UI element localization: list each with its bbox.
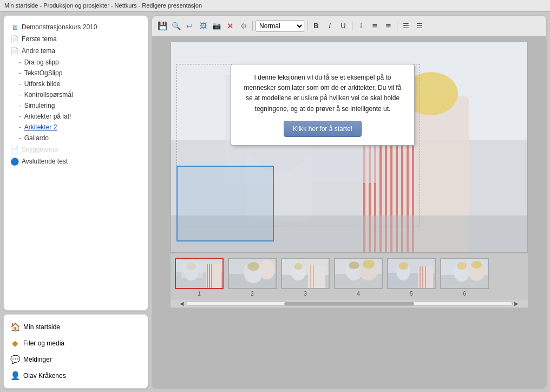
slide-thumb-img-1[interactable] — [175, 258, 224, 289]
bottom-item-user[interactable]: 👤 Olav Kråkenes — [8, 368, 143, 384]
gallardo-label: Gallardo — [24, 134, 49, 142]
slide-thumb-img-6[interactable] — [440, 258, 489, 289]
user-icon: 👤 — [10, 371, 20, 381]
doc-icon-2: 📄 — [10, 47, 19, 55]
course-title-label: Demonstrasjonskurs 2010 — [22, 23, 97, 31]
svg-rect-27 — [206, 264, 221, 289]
nav-item-simulering[interactable]: - Simulering — [8, 100, 143, 111]
nav-item-gallardo[interactable]: - Gallardo — [8, 133, 143, 143]
undo-icon: ↩ — [186, 22, 193, 30]
zoom-icon: 🔍 — [172, 22, 181, 30]
save-button[interactable]: 💾 — [156, 20, 168, 32]
svg-rect-28 — [207, 264, 208, 289]
dash-icon-1: - — [19, 58, 22, 67]
list-number-button[interactable]: ☰ — [414, 20, 425, 32]
dash-icon-3: - — [19, 80, 22, 88]
startside-label: Min startside — [23, 323, 60, 331]
dash-icon-6: - — [19, 112, 22, 121]
hscrollbar: ◀ ▶ — [171, 299, 528, 308]
dash-icon-4: - — [19, 90, 22, 99]
slide-num-3: 3 — [304, 291, 307, 297]
bottom-item-startside[interactable]: 🏠 Min startside — [8, 319, 143, 335]
dra-slipp-label: Dra og slipp — [24, 58, 59, 66]
slide-thumb-5[interactable]: 5 — [387, 258, 436, 297]
nav-item-avsluttende[interactable]: 🔵 Avsluttende test — [8, 155, 143, 167]
bottom-item-filer[interactable]: ◆ Filer og media — [8, 335, 143, 351]
zoom-button[interactable]: 🔍 — [170, 20, 182, 32]
content-area: 💾 🔍 ↩ 🖼 📷 ✕ ⚙ Normal Head — [152, 15, 547, 389]
slide-thumb-3[interactable]: 3 — [281, 258, 330, 297]
toolbar-sep-2 — [307, 21, 307, 31]
scroll-left-arrow[interactable]: ◀ — [178, 300, 186, 306]
doc-icon-3: 📄 — [10, 145, 19, 154]
scroll-right-arrow[interactable]: ▶ — [513, 300, 520, 306]
slide-text-box: I denne leksjonen vil du få se et eksemp… — [231, 64, 415, 146]
thumb-svg-6 — [441, 259, 489, 289]
gear-icon: ⚙ — [240, 22, 247, 30]
slide-num-4: 4 — [357, 291, 360, 297]
undo-button[interactable]: ↩ — [184, 20, 195, 32]
slide-main: I denne leksjonen vil du få se et eksemp… — [171, 42, 528, 253]
italic-icon: I — [329, 22, 331, 30]
svg-point-49 — [363, 260, 375, 269]
settings-button[interactable]: ⚙ — [238, 20, 250, 32]
tema2-label: Andre tema — [22, 47, 55, 55]
nav-item-dra-slipp[interactable]: - Dra og slipp — [8, 57, 143, 68]
bold-button[interactable]: B — [310, 20, 322, 32]
dash-icon-2: - — [19, 69, 22, 77]
tekst-slipp-label: TekstOgSlipp — [24, 69, 63, 77]
quiz-icon: 🔵 — [10, 157, 19, 166]
slide-thumb-2[interactable]: 2 — [228, 258, 277, 297]
svg-rect-29 — [209, 264, 210, 289]
thumb-svg-3 — [282, 259, 330, 289]
toolbar-sep-1 — [252, 21, 253, 31]
svg-rect-43 — [313, 265, 314, 289]
bold-icon: B — [313, 22, 318, 30]
insert-image-icon: 🖼 — [200, 22, 207, 30]
nav-item-arkitekter-lat[interactable]: - Arkitekter på lat! — [8, 111, 143, 122]
delete-button[interactable]: ✕ — [224, 20, 236, 32]
svg-rect-30 — [211, 264, 212, 289]
format-select[interactable]: Normal Heading 1 Heading 2 Heading 3 — [256, 20, 304, 32]
hscrollbar-thumb[interactable] — [284, 302, 415, 305]
list-bullet-icon: ☰ — [403, 22, 409, 30]
insert-media-button[interactable]: 📷 — [211, 20, 222, 32]
slide-thumb-img-3[interactable] — [281, 258, 330, 289]
slide-thumb-img-4[interactable] — [334, 258, 383, 289]
slide-thumb-img-2[interactable] — [228, 258, 277, 289]
align-center-button[interactable]: ≣ — [369, 20, 381, 32]
slide-thumb-1[interactable]: 1 — [175, 258, 224, 297]
avsluttende-label: Avsluttende test — [22, 158, 68, 165]
bottom-item-meldinger[interactable]: 💬 Meldinger — [8, 351, 143, 368]
insert-image-button[interactable]: 🖼 — [197, 20, 209, 32]
hscrollbar-track[interactable] — [186, 302, 513, 306]
align-right-button[interactable]: ≣ — [382, 20, 394, 32]
nav-item-kontroll[interactable]: - Kontrollspørsmål — [8, 89, 143, 100]
underline-button[interactable]: U — [337, 20, 349, 32]
nav-item-tekst-slipp[interactable]: - TekstOgSlipp — [8, 68, 143, 79]
slide-thumb-img-5[interactable] — [387, 258, 436, 289]
list-bullet-button[interactable]: ☰ — [400, 20, 412, 32]
user-label: Olav Kråkenes — [23, 372, 66, 380]
tema1-label: Første tema — [22, 35, 57, 43]
start-button[interactable]: Klikk her for å starte! — [284, 121, 362, 137]
align-left-button[interactable]: ⁞ — [355, 20, 367, 32]
nav-course-title[interactable]: 🖥 Demonstrasjonskurs 2010 — [8, 21, 143, 33]
nav-item-skyggetema[interactable]: 📄 Skyggetema — [8, 143, 143, 155]
nav-item-tema2[interactable]: 📄 Andre tema — [8, 45, 143, 57]
monitor-icon: 🖥 — [10, 23, 19, 31]
filer-label: Filer og media — [23, 339, 64, 347]
svg-rect-42 — [310, 265, 311, 289]
slide-thumb-6[interactable]: 6 — [440, 258, 489, 297]
doc-icon-1: 📄 — [10, 35, 19, 43]
nav-item-utforsk-bilde[interactable]: - Utforsk bilde — [8, 79, 143, 89]
nav-item-tema1[interactable]: 📄 Første tema — [8, 33, 143, 45]
titlebar-text: Min startside - Produksjon og prosjekter… — [4, 2, 202, 9]
slide-strip-inner: 1 2 — [175, 258, 523, 297]
italic-button[interactable]: I — [324, 20, 336, 32]
slide-thumb-4[interactable]: 4 — [334, 258, 383, 297]
align-right-icon: ≣ — [385, 22, 391, 30]
nav-item-arkitekter-2[interactable]: - Arkitekter 2 — [8, 122, 143, 133]
thumb-svg-5 — [388, 259, 436, 289]
svg-point-40 — [294, 263, 303, 270]
